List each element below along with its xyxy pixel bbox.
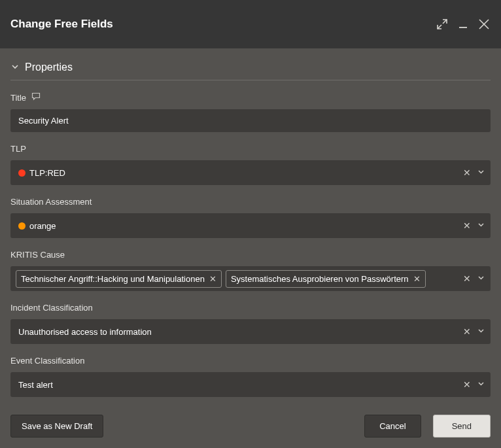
event-select[interactable]: Test alert ✕ (10, 372, 491, 397)
label-text: TLP (10, 144, 26, 154)
dialog-header: Change Free Fields (0, 0, 501, 48)
field-label: Event Classification (10, 356, 491, 366)
speech-bubble-icon[interactable] (31, 92, 41, 103)
clear-icon[interactable]: ✕ (463, 221, 471, 230)
label-text: Situation Assessment (10, 197, 92, 207)
clear-icon[interactable]: ✕ (463, 380, 471, 389)
save-draft-button[interactable]: Save as New Draft (10, 415, 103, 438)
select-value: Test alert (18, 380, 53, 390)
section-header[interactable]: Properties (10, 61, 491, 80)
cancel-button[interactable]: Cancel (364, 415, 421, 438)
situation-select[interactable]: orange ✕ (10, 213, 491, 238)
field-kritis: KRITIS Cause Technischer Angriff::Hackin… (10, 250, 491, 291)
field-title: Title (10, 92, 491, 132)
clear-icon[interactable]: ✕ (463, 327, 471, 336)
clear-icon[interactable]: ✕ (463, 168, 471, 177)
section-title: Properties (25, 61, 73, 73)
field-incident: Incident Classification Unauthorised acc… (10, 303, 491, 344)
window-controls (436, 18, 491, 31)
chip-remove-icon[interactable]: ✕ (413, 275, 421, 283)
field-label: TLP (10, 144, 491, 154)
chevron-down-icon[interactable] (477, 326, 485, 337)
select-value: Unauthorised access to information (18, 327, 152, 337)
color-dot-icon (18, 169, 26, 177)
incident-select[interactable]: Unauthorised access to information ✕ (10, 319, 491, 344)
select-value: TLP:RED (29, 168, 65, 178)
chip-label: Systematisches Ausprobieren von Passwört… (231, 274, 409, 284)
chip-remove-icon[interactable]: ✕ (209, 275, 216, 283)
color-dot-icon (18, 222, 26, 230)
kritis-select[interactable]: Technischer Angriff::Hacking und Manipul… (10, 266, 491, 291)
field-situation: Situation Assessment orange ✕ (10, 197, 491, 238)
field-label: Title (10, 92, 491, 103)
field-label: Situation Assessment (10, 197, 491, 207)
dialog-footer: Save as New Draft Cancel Send (10, 415, 491, 438)
chevron-down-icon (10, 62, 20, 73)
tlp-select[interactable]: TLP:RED ✕ (10, 160, 491, 185)
minimize-icon[interactable] (458, 19, 468, 29)
chevron-down-icon[interactable] (477, 167, 485, 178)
dialog-title: Change Free Fields (10, 18, 113, 31)
dialog-body: Properties Title TLP TLP:RED ✕ (0, 48, 501, 407)
chip: Systematisches Ausprobieren von Passwört… (226, 270, 426, 288)
chevron-down-icon[interactable] (477, 379, 485, 390)
chip: Technischer Angriff::Hacking und Manipul… (16, 270, 222, 288)
field-label: Incident Classification (10, 303, 491, 313)
label-text: Event Classification (10, 356, 84, 366)
chip-label: Technischer Angriff::Hacking und Manipul… (21, 274, 205, 284)
label-text: KRITIS Cause (10, 250, 65, 260)
chevron-down-icon[interactable] (477, 273, 485, 284)
field-tlp: TLP TLP:RED ✕ (10, 144, 491, 185)
field-event: Event Classification Test alert ✕ (10, 356, 491, 397)
clear-icon[interactable]: ✕ (463, 274, 471, 283)
label-text: Incident Classification (10, 303, 93, 313)
close-icon[interactable] (477, 18, 491, 31)
chevron-down-icon[interactable] (477, 220, 485, 231)
title-input[interactable] (10, 109, 491, 132)
expand-icon[interactable] (436, 18, 449, 31)
send-button[interactable]: Send (433, 415, 491, 438)
label-text: Title (10, 93, 26, 103)
field-label: KRITIS Cause (10, 250, 491, 260)
select-value: orange (29, 221, 56, 231)
